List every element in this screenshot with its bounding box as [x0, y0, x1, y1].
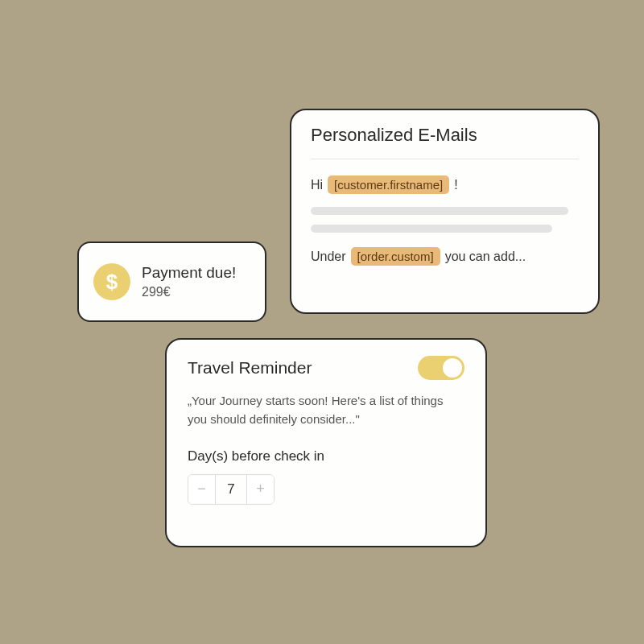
payment-title: Payment due!: [142, 264, 236, 282]
travel-message: „Your Journey starts soon! Here's a list…: [188, 391, 464, 429]
line2-suffix: you can add...: [445, 250, 526, 264]
greeting-prefix: Hi: [311, 178, 323, 192]
days-stepper: − 7 +: [188, 474, 275, 505]
line2-prefix: Under: [311, 250, 346, 264]
stepper-plus-button[interactable]: +: [246, 475, 274, 504]
payment-due-card: $ Payment due! 299€: [77, 242, 266, 322]
personalized-emails-card: Personalized E-Mails Hi [customer.firstn…: [290, 109, 600, 314]
toggle-knob: [443, 358, 462, 378]
payment-text: Payment due! 299€: [142, 264, 236, 299]
greeting-suffix: !: [454, 178, 457, 192]
dollar-icon: $: [93, 263, 130, 300]
payment-amount: 299€: [142, 285, 236, 299]
stepper-value: 7: [216, 475, 246, 504]
travel-toggle[interactable]: [418, 356, 464, 380]
order-custom-tag[interactable]: [order.custom]: [351, 247, 440, 266]
emails-heading: Personalized E-Mails: [311, 125, 579, 159]
stepper-minus-button[interactable]: −: [188, 475, 216, 504]
travel-reminder-card: Travel Reminder „Your Journey starts soo…: [165, 338, 487, 547]
placeholder-line: [311, 207, 568, 215]
travel-heading: Travel Reminder: [188, 358, 312, 378]
email-order-line: Under [order.custom] you can add...: [311, 247, 579, 266]
travel-header: Travel Reminder: [188, 356, 464, 380]
customer-firstname-tag[interactable]: [customer.firstname]: [328, 175, 449, 194]
placeholder-line: [311, 225, 552, 233]
email-greeting-line: Hi [customer.firstname] !: [311, 175, 579, 194]
days-before-label: Day(s) before check in: [188, 448, 464, 464]
